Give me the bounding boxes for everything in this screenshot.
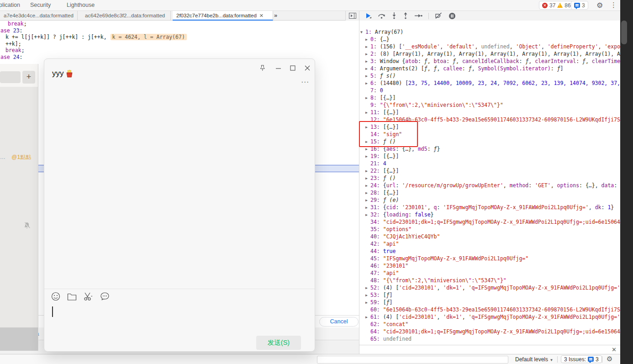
scrollbar-thumb[interactable] <box>621 21 627 44</box>
chat-more-menu-icon[interactable]: ⋯ <box>301 77 309 87</box>
disclosure-triangle-icon[interactable]: ▶ <box>365 51 370 58</box>
console-row[interactable]: ▶24: {url: '/resource/m/growUp/growUpEnt… <box>359 182 620 189</box>
code-lines: break;ase 23:k += l[j[++k]] ? j[++k] : j… <box>0 21 359 60</box>
chat-list-item-preview[interactable]: … @1點點 <box>0 153 38 161</box>
console-row[interactable]: ▶19: [{…}] <box>359 153 620 160</box>
disclosure-triangle-icon[interactable]: ▶ <box>365 299 370 306</box>
disclosure-triangle-icon[interactable]: ▶ <box>365 43 370 50</box>
console-row: 44: true <box>359 248 620 255</box>
statusbar-gear-icon[interactable]: ⚙ <box>607 355 612 363</box>
console-row-key: 5: <box>370 73 380 79</box>
message-input-area[interactable] <box>51 290 308 333</box>
more-tabs-icon[interactable]: » <box>274 11 277 21</box>
disclosure-triangle-icon[interactable]: ▶ <box>365 109 370 116</box>
window-scrollbar-track <box>620 0 633 364</box>
navigator-toggle[interactable] <box>345 11 359 21</box>
wechat-bottom-strip <box>0 327 38 351</box>
settings-gear-icon[interactable]: ⚙ <box>596 1 603 10</box>
disclosure-triangle-icon[interactable]: ▶ <box>365 182 370 189</box>
tab-application[interactable]: plication <box>0 0 23 11</box>
console-row[interactable]: ▶6: (14480) [23, 75, 14400, 10009, 23, 2… <box>359 79 620 87</box>
console-row[interactable]: ▶32: {loading: false} <box>359 211 620 218</box>
console-row[interactable]: ▶28: [{…}] <box>359 189 620 196</box>
console-row[interactable]: ▶4: Arguments(2) [ƒ, ƒ, callee: ƒ, Symbo… <box>359 65 620 72</box>
messages-badge[interactable]: 3 <box>571 1 588 10</box>
step-out-icon[interactable] <box>403 12 408 19</box>
deactivate-breakpoints-icon[interactable] <box>435 12 443 19</box>
kebab-menu-icon[interactable]: ⋮ <box>610 1 617 9</box>
disclosure-triangle-icon[interactable]: ▶ <box>365 190 370 196</box>
console-row[interactable]: ▼1: Array(67) <box>359 28 620 36</box>
disclosure-triangle-icon[interactable]: ▶ <box>365 168 370 174</box>
disclosure-triangle-icon[interactable]: ▶ <box>365 36 370 43</box>
console-row[interactable]: ▶0: {…} <box>359 36 620 43</box>
console-row[interactable]: ▶31: {cid: '230101', q: 'IFSgmwgMqjTopoM… <box>359 204 620 211</box>
console-row[interactable]: ▶2: (8) [Array(1), Array(1), Array(1), A… <box>359 50 620 58</box>
tab-close-icon[interactable]: ✕ <box>259 11 264 20</box>
step-icon[interactable] <box>414 12 422 19</box>
console-row[interactable]: ▶61: (4) ['cid=230101', 'dk=1', 'q=IFSgm… <box>359 313 620 321</box>
maximize-window-icon[interactable] <box>288 63 297 73</box>
close-drawer-icon[interactable]: ✕ <box>612 346 617 353</box>
resume-script-icon[interactable] <box>365 12 372 19</box>
console-row[interactable]: ▶1: (156) ['__esModule', 'default', unde… <box>359 43 620 50</box>
panel-divider[interactable] <box>359 21 359 354</box>
console-row[interactable]: ▶23: ƒ () <box>359 174 620 182</box>
send-button[interactable]: 发送(S) <box>256 336 301 350</box>
tab-security[interactable]: Security <box>27 0 53 11</box>
errors-warnings-badge[interactable]: ✕ 37 86 <box>539 1 574 10</box>
disclosure-triangle-icon[interactable]: ▶ <box>365 153 370 160</box>
console-row-key: 19: <box>370 153 383 159</box>
disclosure-triangle-icon[interactable]: ▶ <box>365 204 370 211</box>
disclosure-triangle-icon[interactable]: ▶ <box>365 285 370 291</box>
console-row[interactable]: ▶59: [ƒ] <box>359 299 620 306</box>
issues-message-icon <box>588 357 594 362</box>
warning-icon <box>557 3 563 8</box>
console-row[interactable]: ▶29: ƒ (e) <box>359 196 620 204</box>
console-row[interactable]: ▶52: (4) ['cid=230101', 'dk=1', 'q=IFSgm… <box>359 284 620 291</box>
console-filter-input[interactable] <box>317 356 508 364</box>
disclosure-triangle-icon[interactable]: ▶ <box>365 73 370 79</box>
disclosure-triangle-icon[interactable]: ▶ <box>365 95 370 101</box>
close-window-icon[interactable] <box>303 63 312 73</box>
mute-bell-icon <box>24 222 30 231</box>
chat-title: yyy <box>52 69 73 78</box>
console-row-key: 0: <box>370 36 380 42</box>
source-tab-1[interactable]: a7e4e3dc4ce...data:formatted <box>0 11 78 21</box>
disclosure-triangle-icon[interactable]: ▶ <box>365 65 370 72</box>
search-input[interactable] <box>0 71 21 83</box>
error-icon: ✕ <box>542 3 548 8</box>
scope-console-pane[interactable]: e.data.sign: <not available> ▼1: Array(6… <box>359 21 620 345</box>
default-levels-dropdown[interactable]: Default levels ▼ <box>515 356 553 363</box>
step-into-icon[interactable] <box>391 12 397 19</box>
disclosure-triangle-icon[interactable]: ▶ <box>365 80 370 87</box>
console-row: 35: "options" <box>359 226 620 233</box>
source-tab-3-active[interactable]: 2f032c7e774be2b...data:formatted✕ <box>173 11 273 21</box>
disclosure-triangle-icon[interactable]: ▶ <box>365 197 370 204</box>
console-row[interactable]: ▶53: [ƒ] <box>359 291 620 299</box>
disclosure-triangle-icon[interactable]: ▶ <box>365 211 370 218</box>
watch-expression[interactable]: e.data.sign: <not available> <box>359 21 620 28</box>
source-tab-2[interactable]: ac642e69de8c3f2...data:formatted <box>81 11 171 21</box>
add-button[interactable]: + <box>22 71 35 84</box>
disclosure-triangle-icon[interactable]: ▶ <box>365 314 370 321</box>
minimize-window-icon[interactable] <box>274 63 283 73</box>
disclosure-triangle-icon[interactable]: ▼ <box>360 29 365 36</box>
disclosure-triangle-icon[interactable]: ▶ <box>365 292 370 299</box>
cancel-button[interactable]: Cancel <box>319 317 359 327</box>
console-row: 7: 0 <box>359 87 620 94</box>
issues-button[interactable]: 3 Issues: 3 <box>561 355 602 363</box>
console-row[interactable]: ▶5: ƒ s() <box>359 72 620 79</box>
console-row[interactable]: ▶8: [{…}] <box>359 94 620 101</box>
console-row[interactable]: ▶3: Window {atob: ƒ, btoa: ƒ, cancelIdle… <box>359 58 620 65</box>
disclosure-triangle-icon[interactable]: ▶ <box>365 175 370 182</box>
tab-lighthouse[interactable]: Lighthouse <box>64 0 97 11</box>
console-row[interactable]: ▶22: [{…}] <box>359 167 620 174</box>
pin-window-icon[interactable] <box>258 63 267 73</box>
step-over-icon[interactable] <box>378 12 385 19</box>
console-row-key: 24: <box>370 182 383 189</box>
disclosure-triangle-icon[interactable]: ▶ <box>365 58 370 65</box>
console-row-key: 52: <box>370 285 383 291</box>
pause-on-exceptions-icon[interactable] <box>448 12 456 20</box>
console-row[interactable]: ▶11: [{…}] <box>359 109 620 116</box>
